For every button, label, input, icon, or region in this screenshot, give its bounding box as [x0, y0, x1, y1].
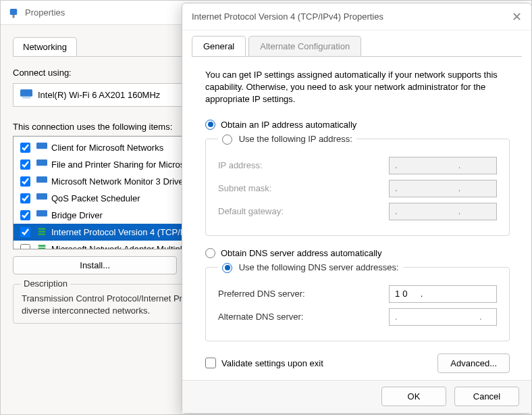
ok-button[interactable]: OK: [381, 387, 446, 406]
window-title: Properties: [25, 7, 65, 18]
nic-icon: [36, 142, 47, 153]
svg-rect-7: [36, 193, 47, 199]
description-title: Description: [20, 278, 71, 289]
svg-rect-3: [22, 97, 30, 99]
tabstrip: General Alternate Configuration: [192, 36, 522, 57]
radio-icon: [222, 263, 232, 273]
item-label: Microsoft Network Monitor 3 Driver: [51, 176, 186, 187]
cancel-button[interactable]: Cancel: [454, 387, 519, 406]
window-title: Internet Protocol Version 4 (TCP/IPv4) P…: [192, 11, 383, 22]
svg-rect-10: [38, 230, 46, 233]
protocol-stack-icon: [36, 243, 47, 249]
preferred-dns-input[interactable]: [389, 285, 497, 303]
radio-label: Obtain an IP address automatically: [221, 120, 356, 130]
ip-manual-group: Use the following IP address: IP address…: [205, 134, 510, 236]
svg-rect-5: [36, 160, 47, 166]
radio-label: Obtain DNS server address automatically: [221, 248, 381, 258]
svg-rect-2: [20, 89, 32, 97]
item-checkbox[interactable]: [20, 210, 30, 220]
install-button[interactable]: Install...: [13, 256, 177, 274]
radio-icon: [222, 135, 232, 145]
nic-icon: [36, 210, 47, 221]
item-checkbox[interactable]: [20, 244, 30, 249]
radio-dns-auto[interactable]: Obtain DNS server address automatically: [205, 248, 510, 258]
validate-label: Validate settings upon exit: [221, 358, 323, 368]
dns-manual-group: Use the following DNS server addresses: …: [205, 262, 510, 341]
radio-label: Use the following IP address:: [239, 134, 352, 144]
nic-icon: [20, 89, 32, 101]
svg-rect-8: [36, 210, 47, 216]
dialog-footer: OK Cancel: [182, 380, 531, 413]
tab-networking[interactable]: Networking: [13, 37, 77, 56]
item-label: Internet Protocol Version 4 (TCP/IPv4): [51, 227, 201, 237]
svg-rect-13: [38, 247, 46, 249]
radio-dns-manual[interactable]: Use the following DNS server addresses:: [218, 262, 403, 273]
close-icon[interactable]: ✕: [512, 9, 522, 24]
checkbox-icon: [205, 358, 216, 368]
item-label: Bridge Driver: [51, 210, 103, 220]
nic-icon: [36, 176, 47, 187]
svg-rect-0: [10, 9, 18, 15]
svg-rect-12: [38, 245, 46, 247]
window-titlebar: Internet Protocol Version 4 (TCP/IPv4) P…: [182, 3, 531, 30]
protocol-stack-icon: [36, 226, 47, 238]
item-label: Client for Microsoft Networks: [51, 143, 163, 153]
default-gateway-input: [389, 203, 497, 220]
window-body: General Alternate Configuration You can …: [182, 30, 531, 380]
ip-address-input: [389, 157, 497, 174]
radio-ip-manual[interactable]: Use the following IP address:: [218, 134, 356, 145]
default-gateway-label: Default gateway:: [218, 206, 284, 216]
radio-label: Use the following DNS server addresses:: [239, 262, 399, 272]
tab-general[interactable]: General: [192, 36, 246, 56]
ip-address-label: IP address:: [218, 160, 263, 170]
subnet-mask-input: [389, 180, 497, 197]
ethernet-icon: [7, 7, 20, 19]
item-checkbox[interactable]: [20, 227, 30, 237]
validate-checkbox-row[interactable]: Validate settings upon exit: [205, 358, 323, 368]
subnet-mask-label: Subnet mask:: [218, 183, 272, 193]
alternate-dns-label: Alternate DNS server:: [218, 312, 303, 322]
nic-icon: [36, 193, 47, 204]
radio-ip-auto[interactable]: Obtain an IP address automatically: [205, 120, 510, 130]
item-label: QoS Packet Scheduler: [51, 193, 140, 203]
svg-rect-11: [38, 233, 46, 235]
alternate-dns-input[interactable]: [389, 308, 497, 326]
tab-alternate[interactable]: Alternate Configuration: [248, 36, 361, 56]
ipv4-properties-window: Internet Protocol Version 4 (TCP/IPv4) P…: [182, 3, 532, 414]
svg-rect-1: [13, 15, 15, 18]
svg-rect-4: [36, 143, 47, 149]
radio-icon: [205, 120, 215, 130]
item-checkbox[interactable]: [20, 160, 30, 170]
svg-rect-9: [38, 228, 46, 230]
intro-text: You can get IP settings assigned automat…: [205, 69, 510, 106]
preferred-dns-label: Preferred DNS server:: [218, 289, 305, 299]
nic-icon: [36, 159, 47, 170]
item-checkbox[interactable]: [20, 193, 30, 203]
adapter-name: Intel(R) Wi-Fi 6 AX201 160MHz: [38, 90, 160, 100]
svg-rect-6: [36, 176, 47, 182]
item-checkbox[interactable]: [20, 176, 30, 187]
item-checkbox[interactable]: [20, 143, 30, 153]
advanced-button[interactable]: Advanced...: [437, 353, 510, 373]
radio-icon: [205, 248, 215, 258]
